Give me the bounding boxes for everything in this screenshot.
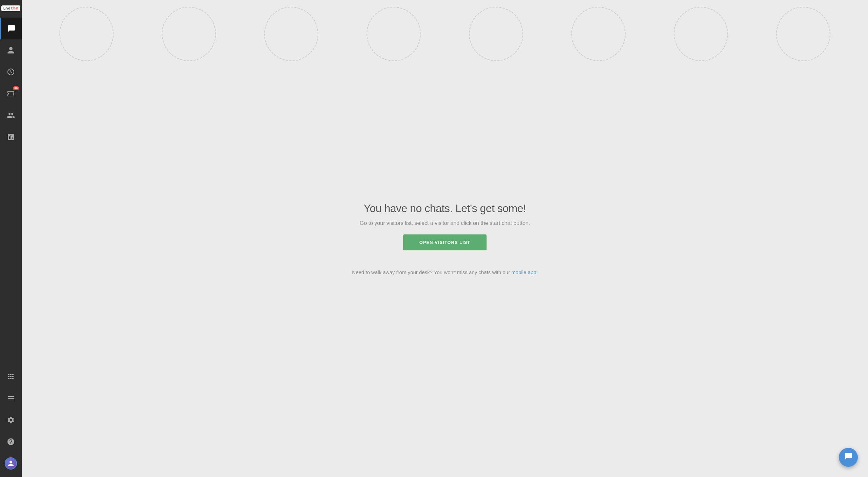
empty-state-heading: You have no chats. Let's get some! [364,202,526,215]
chat-icon [7,24,16,33]
sidebar-nav: 39 [0,16,22,366]
gear-icon [7,416,15,424]
ticket-icon [7,90,15,98]
sidebar-item-chats[interactable] [0,18,22,39]
sidebar: LiveChat 39 [0,0,22,477]
logo-chat-text: Chat [11,6,18,10]
empty-state: You have no chats. Let's get some! Go to… [352,202,537,275]
sidebar-item-help[interactable] [0,431,22,453]
person-icon [7,46,15,54]
dashed-circle-6 [571,7,626,61]
sidebar-item-visitors[interactable] [0,39,22,61]
sidebar-item-settings[interactable] [0,409,22,431]
sidebar-item-tickets[interactable]: 39 [0,83,22,104]
grid-icon [7,373,15,381]
dashed-circle-1 [59,7,114,61]
chart-icon [7,133,15,141]
open-visitors-button[interactable]: OPEN VISITORS LIST [403,234,487,250]
sidebar-item-agents[interactable] [0,104,22,126]
sidebar-item-reports[interactable] [0,126,22,148]
clock-icon [7,68,15,76]
sidebar-bottom [0,366,22,477]
mobile-app-text: Need to walk away from your desk? You wo… [352,269,537,275]
main-content: You have no chats. Let's get some! Go to… [22,0,868,477]
subscription-icon [7,394,15,402]
tickets-badge: 39 [13,86,19,90]
agents-icon [7,111,15,119]
chat-fab-button[interactable] [839,448,858,467]
sidebar-item-archives[interactable] [0,61,22,83]
sidebar-item-subscription[interactable] [0,387,22,409]
logo-live-text: Live [3,6,10,10]
mobile-app-link[interactable]: mobile app! [511,269,538,275]
dashed-circle-4 [367,7,421,61]
dashed-circle-2 [162,7,216,61]
sidebar-item-marketplace[interactable] [0,366,22,387]
circles-decoration [22,0,868,61]
avatar-circle [5,457,17,470]
question-icon [7,438,15,446]
avatar-image [5,458,16,469]
dashed-circle-5 [469,7,523,61]
dashed-circle-7 [674,7,728,61]
chat-fab-icon [844,452,852,462]
mobile-text-before: Need to walk away from your desk? You wo… [352,269,511,275]
dashed-circle-3 [264,7,318,61]
dashed-circle-8 [776,7,830,61]
empty-state-subtext: Go to your visitors list, select a visit… [360,220,530,226]
logo[interactable]: LiveChat [0,0,22,16]
user-avatar[interactable] [0,453,22,474]
